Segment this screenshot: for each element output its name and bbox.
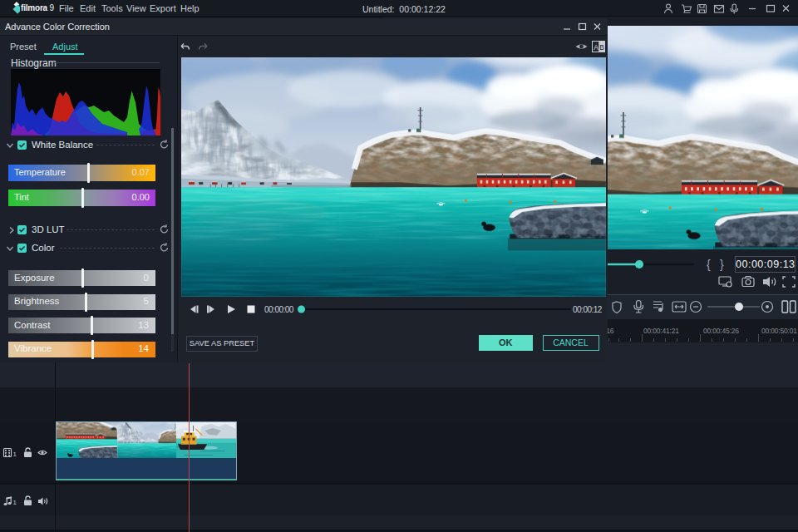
svg-text:1: 1 — [13, 451, 17, 458]
svg-text:1: 1 — [13, 499, 17, 506]
svg-text:B: B — [599, 43, 604, 52]
svg-text:A: A — [594, 43, 598, 52]
